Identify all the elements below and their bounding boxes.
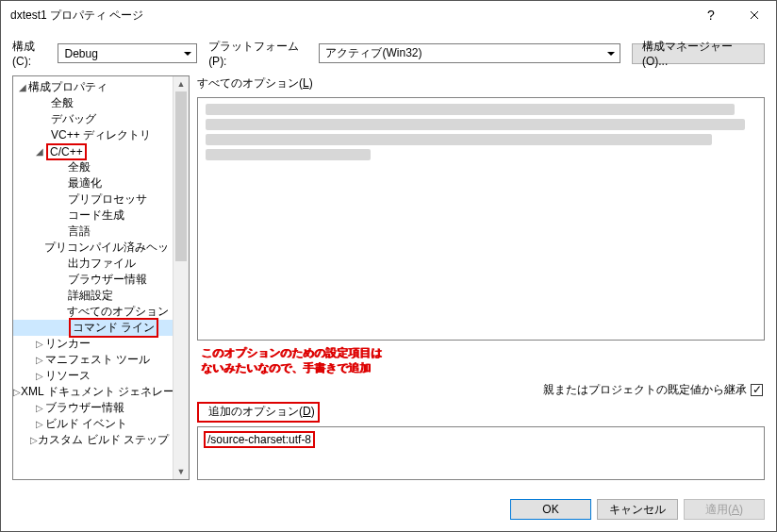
config-manager-button[interactable]: 構成マネージャー(O)... [632, 43, 765, 64]
inherit-row: 親またはプロジェクトの既定値から継承 ✓ [197, 382, 765, 398]
tree-item[interactable]: ブラウザー情報 [13, 272, 173, 288]
tree[interactable]: ◢構成プロパティ 全般 デバッグ VC++ ディレクトリ ◢C/C++ 全般 最… [13, 76, 173, 479]
collapse-icon[interactable]: ▷ [34, 371, 45, 381]
collapse-icon[interactable]: ▷ [34, 419, 45, 429]
property-page-window: dxtest1 プロパティ ページ ? 構成(C): Debug プラットフォー… [0, 0, 777, 532]
tree-item-cpp[interactable]: ◢C/C++ [13, 143, 173, 159]
collapse-icon[interactable]: ▷ [13, 387, 21, 397]
additional-option-value: /source-charset:utf-8 [204, 431, 315, 448]
footer: OK キャンセル 適用(A) [1, 488, 776, 531]
cancel-button[interactable]: キャンセル [597, 499, 678, 520]
tree-item-command-line[interactable]: コマンド ライン [13, 320, 173, 336]
collapse-icon[interactable]: ▷ [34, 339, 45, 349]
window-title: dxtest1 プロパティ ページ [10, 8, 689, 24]
tree-item[interactable]: ▷XML ドキュメント ジェネレー [13, 384, 173, 400]
inherit-label: 親またはプロジェクトの既定値から継承 [543, 382, 747, 398]
expand-icon[interactable]: ◢ [17, 82, 28, 92]
tree-item[interactable]: コード生成 [13, 208, 173, 224]
tree-item[interactable]: デバッグ [13, 111, 173, 127]
collapse-icon[interactable]: ▷ [34, 403, 45, 413]
apply-button[interactable]: 適用(A) [684, 499, 765, 520]
platform-label: プラットフォーム(P): [208, 39, 313, 68]
right-panel: すべてのオプション(L) このオプションのための設定項目は ないみたいなので、手… [197, 75, 765, 480]
tree-item[interactable]: プリコンパイル済みヘッ [13, 240, 173, 256]
help-button[interactable]: ? [689, 1, 733, 29]
close-button[interactable] [733, 1, 776, 29]
annotation-text: このオプションのための設定項目は ないみたいなので、手書きで追加 [201, 346, 765, 375]
scroll-up-icon[interactable]: ▲ [174, 76, 189, 91]
tree-item[interactable]: ▷マニフェスト ツール [13, 352, 173, 368]
body: ◢構成プロパティ 全般 デバッグ VC++ ディレクトリ ◢C/C++ 全般 最… [1, 75, 776, 488]
expand-icon[interactable]: ◢ [34, 146, 45, 157]
tree-scrollbar[interactable]: ▲ ▼ [173, 76, 189, 479]
titlebar: dxtest1 プロパティ ページ ? [1, 1, 776, 29]
tree-item[interactable]: 詳細設定 [13, 288, 173, 304]
tree-item[interactable]: 最適化 [13, 175, 173, 191]
collapse-icon[interactable]: ▷ [34, 355, 45, 365]
config-select[interactable]: Debug [58, 43, 197, 63]
tree-item[interactable]: VC++ ディレクトリ [13, 127, 173, 143]
config-label: 構成(C): [12, 39, 52, 68]
tree-item[interactable]: プリプロセッサ [13, 191, 173, 208]
tree-root[interactable]: ◢構成プロパティ [13, 79, 173, 95]
additional-options-label: 追加のオプション(D) [197, 402, 765, 423]
scroll-down-icon[interactable]: ▼ [174, 464, 189, 479]
all-options-box[interactable] [197, 97, 765, 341]
close-icon [750, 10, 759, 20]
all-options-label: すべてのオプション(L) [197, 75, 765, 91]
scroll-thumb[interactable] [175, 91, 187, 261]
tree-item[interactable]: ▷リンカー [13, 336, 173, 352]
tree-item[interactable]: 言語 [13, 224, 173, 240]
tree-item[interactable]: 全般 [13, 95, 173, 111]
tree-item[interactable]: ▷カスタム ビルド ステップ [13, 432, 173, 448]
tree-item[interactable]: ▷リソース [13, 368, 173, 384]
collapse-icon[interactable]: ▷ [29, 435, 38, 445]
inherit-checkbox[interactable]: ✓ [751, 384, 763, 396]
platform-select[interactable]: アクティブ(Win32) [319, 43, 620, 63]
tree-item[interactable]: 出力ファイル [13, 256, 173, 272]
tree-item[interactable]: ▷ビルド イベント [13, 416, 173, 432]
additional-options-box[interactable]: /source-charset:utf-8 [197, 426, 765, 480]
toolbar: 構成(C): Debug プラットフォーム(P): アクティブ(Win32) 構… [1, 29, 776, 75]
tree-item[interactable]: ▷ブラウザー情報 [13, 400, 173, 416]
ok-button[interactable]: OK [510, 499, 591, 520]
tree-item[interactable]: 全般 [13, 159, 173, 175]
tree-panel: ◢構成プロパティ 全般 デバッグ VC++ ディレクトリ ◢C/C++ 全般 最… [12, 75, 190, 480]
